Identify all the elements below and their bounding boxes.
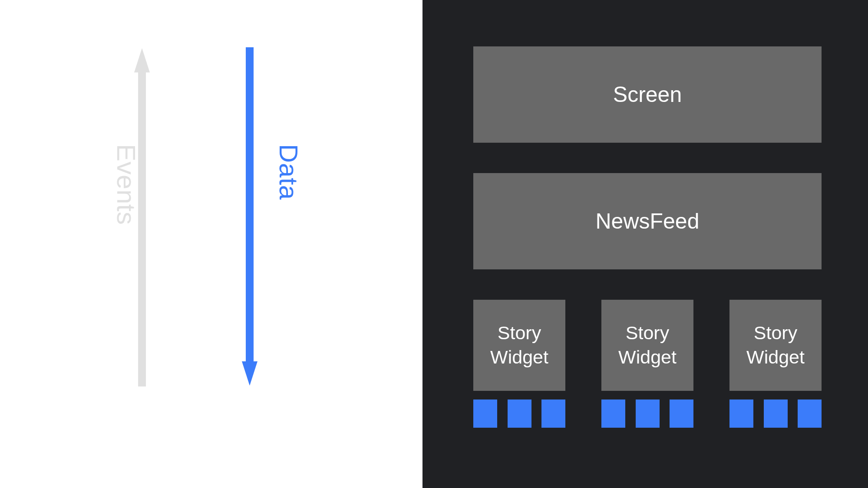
story-widget-label: StoryWidget	[618, 321, 677, 370]
svg-rect-2	[246, 47, 254, 362]
story-widget: StoryWidget	[601, 300, 693, 391]
data-label: Data	[274, 144, 304, 200]
blue-bar	[508, 400, 531, 428]
svg-marker-3	[242, 361, 257, 386]
story-widget-label: StoryWidget	[746, 321, 805, 370]
blue-bar	[541, 400, 565, 428]
story-widget: StoryWidget	[729, 300, 822, 391]
blue-bar	[473, 400, 497, 428]
blue-bar	[729, 400, 753, 428]
story-widgets-row: StoryWidget StoryWidget StoryWidget	[473, 300, 822, 391]
events-label: Events	[111, 144, 141, 225]
data-arrow-down-icon	[242, 47, 257, 386]
screen-label: Screen	[613, 82, 682, 107]
right-panel: Screen NewsFeed StoryWidget StoryWidget …	[422, 0, 868, 488]
story-widget-label: StoryWidget	[490, 321, 548, 370]
blue-bar-group	[473, 400, 565, 428]
svg-marker-0	[134, 48, 150, 72]
blue-bar	[798, 400, 822, 428]
blue-bar-group	[601, 400, 693, 428]
blue-bar	[764, 400, 788, 428]
diagram-container: Events Data Screen NewsFeed StoryWidget …	[0, 0, 868, 488]
story-widget: StoryWidget	[473, 300, 565, 391]
svg-rect-1	[138, 72, 146, 386]
screen-box: Screen	[473, 46, 822, 143]
blue-bar-group	[729, 400, 822, 428]
newsfeed-label: NewsFeed	[596, 209, 700, 234]
blue-bar	[601, 400, 625, 428]
blue-bars-row	[473, 400, 822, 428]
blue-bar	[670, 400, 693, 428]
newsfeed-box: NewsFeed	[473, 173, 822, 269]
left-panel: Events Data	[0, 0, 422, 488]
blue-bar	[636, 400, 660, 428]
